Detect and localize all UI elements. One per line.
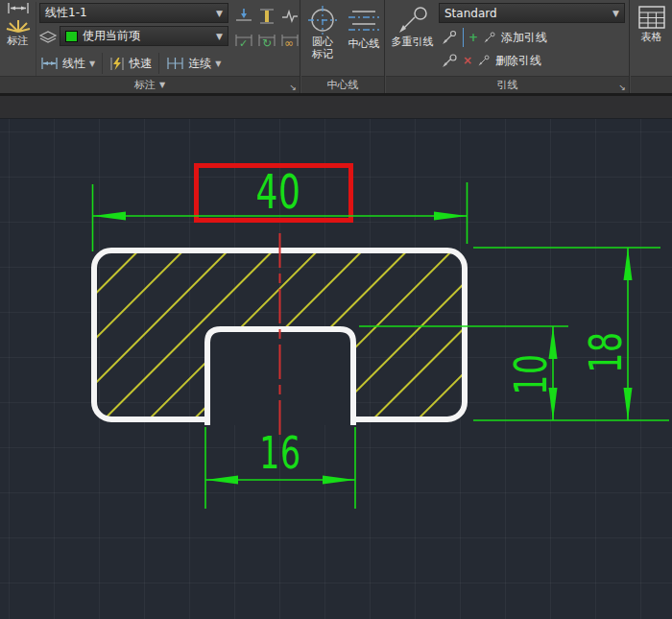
drawing: 40 18 10 16 xyxy=(0,119,672,619)
adjust-space-button[interactable] xyxy=(256,5,277,27)
panel-leader: 多重引线 Standard ▼ + 添加引线 xyxy=(386,0,630,93)
chevron-down-icon[interactable]: ▼ xyxy=(215,60,221,68)
inspect-icon: ✓ xyxy=(234,31,253,50)
leader-small-icon xyxy=(477,54,491,67)
centerline-panel-footer[interactable]: 中心线 xyxy=(301,76,384,93)
separator xyxy=(463,28,464,47)
multileader-button[interactable]: 多重引线 xyxy=(387,6,438,75)
svg-text:∞: ∞ xyxy=(284,36,294,50)
ribbon: 标注 线性1-1 ▼ 使用当前项 ▼ xyxy=(0,0,672,93)
dim-text-16[interactable]: 16 xyxy=(259,428,301,479)
dimension-panel-footer[interactable]: 标注 ▼ xyxy=(0,76,300,93)
linear-label: 线性 xyxy=(62,56,85,72)
centerline-icon xyxy=(347,4,381,36)
layer-color-swatch xyxy=(65,31,78,42)
continue-dimension-button[interactable]: 连续 ▼ xyxy=(162,54,225,74)
cross-icon: × xyxy=(463,54,472,67)
chevron-down-icon[interactable]: ▼ xyxy=(216,32,223,41)
panel-launcher-icon[interactable]: ↘ xyxy=(618,83,626,92)
arrowhead xyxy=(434,212,468,221)
dimension-update-button[interactable]: ↻ xyxy=(256,29,277,51)
dimension-button[interactable]: 标注 xyxy=(0,2,36,76)
panel-launcher-icon[interactable]: ↘ xyxy=(289,83,297,92)
centerline-panel-title: 中心线 xyxy=(327,78,359,92)
multileader-icon xyxy=(396,6,429,35)
table-icon xyxy=(637,5,666,30)
drawing-canvas[interactable]: 40 18 10 16 xyxy=(0,119,672,619)
dim-text-10[interactable]: 10 xyxy=(506,353,557,395)
center-mark-icon xyxy=(306,4,339,36)
dimension-button-label: 标注 xyxy=(8,34,29,48)
plus-icon: + xyxy=(468,31,478,44)
leader-style-value: Standard xyxy=(444,7,497,20)
chevron-down-icon[interactable]: ▼ xyxy=(612,9,619,18)
jog-line-button[interactable] xyxy=(279,5,300,27)
panel-dimension: 标注 线性1-1 ▼ 使用当前项 ▼ xyxy=(0,0,300,93)
continue-dim-icon xyxy=(166,57,184,70)
separator xyxy=(158,53,159,74)
autocad-window: 标注 线性1-1 ▼ 使用当前项 ▼ xyxy=(0,0,672,619)
leader-remove-src-icon xyxy=(441,53,458,68)
remove-leader-button[interactable]: 删除引线 xyxy=(495,53,541,69)
separator xyxy=(102,53,103,74)
ribbon-bottom-strip xyxy=(0,96,672,119)
arrowhead xyxy=(624,388,633,420)
center-mark-label: 圆心标记 xyxy=(310,36,335,60)
quick-label: 快速 xyxy=(129,56,152,72)
chevron-down-icon[interactable]: ▼ xyxy=(216,9,223,18)
centerline-button[interactable]: 中心线 xyxy=(344,4,384,75)
table-label: 表格 xyxy=(641,30,662,44)
leader-panel-footer[interactable]: 引线 xyxy=(386,76,629,93)
panel-centerline: 圆心标记 中心线 中心线 xyxy=(301,0,385,93)
reassociate-icon: ∞ xyxy=(280,31,300,50)
chevron-down-icon[interactable]: ▼ xyxy=(89,60,95,68)
dim-update-icon: ↻ xyxy=(257,31,276,50)
layers-icon xyxy=(38,27,58,46)
inspect-button[interactable]: ✓ xyxy=(233,29,254,51)
dim-break-icon xyxy=(234,7,253,26)
dimension-panel-title: 标注 xyxy=(134,78,156,92)
linear-dim-icon xyxy=(40,57,59,70)
svg-text:✓: ✓ xyxy=(239,37,248,50)
table-panel-footer[interactable] xyxy=(631,76,672,93)
lightning-icon xyxy=(109,57,125,71)
linear-dimension-button[interactable]: 线性 ▼ xyxy=(36,54,99,74)
leader-small-icon xyxy=(483,31,496,44)
leader-collect-icon xyxy=(441,30,458,45)
sunburst-icon xyxy=(5,14,32,34)
dim-text-18[interactable]: 18 xyxy=(581,331,632,373)
arrowhead xyxy=(93,212,127,221)
continue-label: 连续 xyxy=(188,56,211,72)
dim-layer-value: 使用当前项 xyxy=(83,28,140,44)
dimension-break-button[interactable] xyxy=(233,5,254,27)
dim-style-combo[interactable]: 线性1-1 ▼ xyxy=(39,3,228,23)
multileader-label: 多重引线 xyxy=(392,35,434,49)
table-button[interactable]: 表格 xyxy=(633,5,670,74)
jog-line-icon xyxy=(280,7,300,26)
svg-text:↻: ↻ xyxy=(262,36,272,50)
leader-panel-title: 引线 xyxy=(497,78,518,92)
leader-style-combo[interactable]: Standard ▼ xyxy=(439,3,625,23)
dim-style-value: 线性1-1 xyxy=(45,5,87,21)
chevron-down-icon: ▼ xyxy=(159,81,165,89)
reassociate-button[interactable]: ∞ xyxy=(279,29,300,51)
adjust-space-icon xyxy=(257,7,276,26)
arrowhead xyxy=(323,476,355,485)
centerline-label: 中心线 xyxy=(348,36,380,51)
arrowhead xyxy=(624,248,633,280)
dimension-icon xyxy=(6,2,31,14)
add-leader-button[interactable]: 添加引线 xyxy=(501,30,547,46)
quick-dimension-button[interactable]: 快速 xyxy=(106,54,156,74)
dim-text-40[interactable]: 40 xyxy=(255,164,300,219)
panel-table: 表格 xyxy=(631,0,672,93)
dim-layer-combo[interactable]: 使用当前项 ▼ xyxy=(60,26,228,46)
center-mark-button[interactable]: 圆心标记 xyxy=(303,4,342,75)
arrowhead xyxy=(205,476,238,485)
